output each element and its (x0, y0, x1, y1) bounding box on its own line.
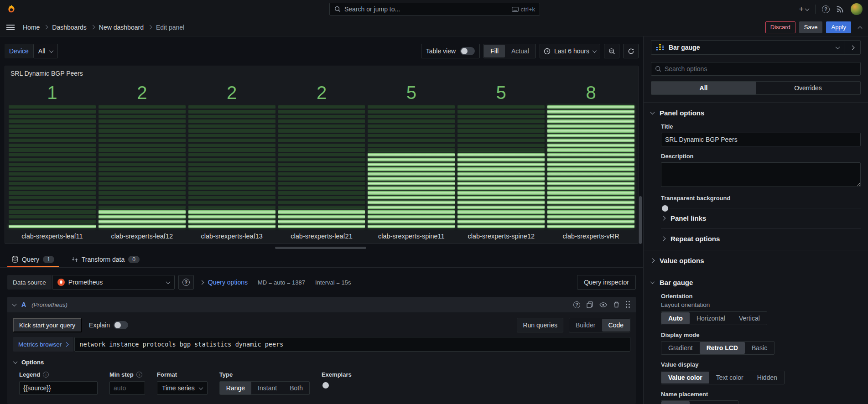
query-row-header[interactable]: A (Prometheus) ? (7, 297, 636, 312)
repeat-options-collapse[interactable]: Repeat options (661, 228, 861, 243)
gauge-column: 2clab-srexperts-leaf13 (188, 80, 275, 240)
gauge-cell (278, 124, 365, 128)
resize-row (0, 244, 643, 251)
table-view-toggle[interactable] (460, 47, 475, 55)
gauge-cell (278, 177, 365, 180)
gauge-cell (188, 182, 275, 185)
value-display-value-color[interactable]: Value color (661, 372, 709, 383)
question-icon: ? (182, 279, 190, 286)
drag-query-handle[interactable] (626, 301, 630, 308)
query-options-expander[interactable]: Query options (200, 279, 248, 286)
pane-resize-handle[interactable] (275, 247, 366, 249)
value-display-text-color[interactable]: Text color (709, 372, 750, 383)
global-search-input[interactable]: Search or jump to... ctrl+k (329, 3, 540, 16)
panel-description-textarea[interactable] (661, 162, 861, 187)
content-scrollbar[interactable] (639, 196, 642, 244)
value-options-header[interactable]: Value options (651, 257, 861, 264)
gauge-cell (547, 124, 634, 128)
refresh-button[interactable] (623, 44, 639, 58)
orientation-horizontal[interactable]: Horizontal (690, 312, 732, 324)
visualization-select[interactable]: Bar gauge (651, 41, 844, 54)
datasource-select[interactable]: Prometheus (52, 275, 175, 290)
builder-code-group: Builder Code (569, 318, 630, 332)
clock-icon (544, 48, 551, 55)
panel-title-input[interactable] (661, 133, 861, 146)
orientation-vertical[interactable]: Vertical (732, 312, 767, 324)
gauge-cell (547, 172, 634, 176)
display-basic[interactable]: Basic (745, 342, 774, 354)
name-placement-auto[interactable]: Auto (661, 401, 690, 404)
zoom-out-button[interactable] (604, 44, 619, 58)
bar-gauge-options-header[interactable]: Bar gauge (651, 279, 861, 286)
gauge-cell (9, 196, 96, 199)
apply-button[interactable]: Apply (826, 21, 851, 33)
help-button[interactable]: ? (822, 5, 830, 13)
collapse-options-icon[interactable] (858, 26, 863, 31)
display-gradient[interactable]: Gradient (661, 342, 700, 354)
metrics-browser-button[interactable]: Metrics browser (13, 337, 73, 352)
gauge-cell (457, 129, 545, 132)
type-instant-option[interactable]: Instant (251, 382, 283, 394)
gauge-cell (547, 115, 634, 118)
name-placement-left[interactable]: Left (713, 401, 738, 404)
tab-all-options[interactable]: All (651, 82, 756, 94)
query-help-icon[interactable]: ? (573, 301, 580, 308)
type-both-option[interactable]: Both (283, 382, 309, 394)
explain-toggle[interactable] (114, 321, 128, 329)
user-avatar[interactable] (851, 3, 863, 15)
grafana-logo-icon[interactable] (6, 4, 16, 14)
gauge-cell (457, 196, 545, 199)
delete-query-icon[interactable] (613, 301, 619, 308)
query-options-collapse[interactable]: Options (14, 359, 630, 366)
type-label: Type (219, 371, 233, 378)
min-step-input[interactable] (109, 381, 145, 395)
code-option[interactable]: Code (602, 319, 630, 331)
save-button[interactable]: Save (799, 21, 823, 33)
variable-device-select[interactable]: All (33, 44, 58, 58)
time-range-picker[interactable]: Last 6 hours (540, 44, 600, 58)
orientation-auto[interactable]: Auto (661, 312, 690, 324)
min-step-field: Min step i (109, 371, 145, 395)
breadcrumb-dashboards[interactable]: Dashboards (52, 24, 87, 31)
legend-input[interactable] (19, 381, 98, 395)
type-range-option[interactable]: Range (220, 382, 251, 394)
discard-button[interactable]: Discard (765, 21, 795, 33)
gauge-cell (188, 172, 275, 176)
legend-field: Legend i (19, 371, 98, 395)
name-placement-top[interactable]: Top (690, 401, 714, 404)
collapse-sidebar-button[interactable] (844, 41, 860, 54)
breadcrumb-new-dashboard[interactable]: New dashboard (99, 24, 144, 31)
add-menu-button[interactable]: + (799, 5, 809, 14)
tab-query[interactable]: Query 1 (7, 251, 59, 267)
news-icon[interactable] (836, 5, 844, 13)
builder-option[interactable]: Builder (569, 319, 602, 331)
gauge-cell (457, 167, 545, 171)
duplicate-query-icon[interactable] (587, 301, 593, 308)
kick-start-query-button[interactable]: Kick start your query (13, 318, 82, 332)
format-select[interactable]: Time series (157, 381, 208, 395)
options-search-input[interactable]: Search options (651, 62, 861, 76)
run-queries-button[interactable]: Run queries (517, 318, 563, 332)
collapse-query-icon[interactable] (12, 302, 17, 306)
gauge-cell (278, 110, 365, 113)
tab-transform-data[interactable]: Transform data 0 (67, 251, 144, 267)
breadcrumb-edit-panel: Edit panel (156, 24, 184, 31)
value-display-hidden[interactable]: Hidden (750, 372, 784, 383)
display-retro-lcd[interactable]: Retro LCD (700, 342, 745, 354)
gauge-cell (9, 206, 96, 209)
breadcrumb-home[interactable]: Home (23, 24, 40, 31)
tab-overrides[interactable]: Overrides (756, 82, 860, 94)
panel-links-collapse[interactable]: Panel links (661, 208, 861, 222)
promql-expression-input[interactable] (74, 337, 630, 352)
panel-options-header[interactable]: Panel options (651, 109, 861, 117)
gauge-cell (368, 144, 455, 147)
actual-option[interactable]: Actual (505, 45, 535, 57)
menu-icon[interactable] (6, 25, 15, 30)
query-inspector-button[interactable]: Query inspector (577, 275, 636, 290)
gauge-cell (547, 148, 634, 151)
chevron-down-icon (198, 385, 203, 390)
fill-option[interactable]: Fill (484, 45, 505, 57)
datasource-help-button[interactable]: ? (178, 275, 194, 290)
gauge-cell (547, 153, 634, 156)
hide-response-icon[interactable] (599, 302, 607, 308)
